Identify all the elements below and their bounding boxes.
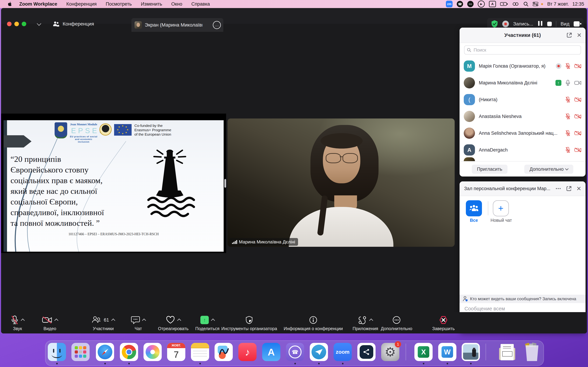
toolbar-video[interactable]: Видео [42,315,58,331]
menubar-play-icon[interactable]: ▶ [478,0,485,8]
zoom-window-button[interactable] [22,22,26,26]
message-input[interactable]: Сообщение всем [465,306,505,312]
menu-item-conference[interactable]: Конференция [66,1,97,7]
menubar-time[interactable]: 12:35 [572,1,584,7]
security-shield-icon[interactable] [491,20,498,28]
video-options-chevron[interactable] [54,319,59,323]
dock-photos[interactable] [144,343,162,361]
toolbar-chat[interactable]: Чат [131,315,146,331]
dock-launchpad[interactable] [71,343,90,361]
toolbar-meeting-info[interactable]: Информация о конференции [284,315,343,331]
avatar [464,77,475,88]
dock-music[interactable]: ♪ [238,343,257,361]
tab-more-icon[interactable]: ... [213,21,221,29]
menu-item-view[interactable]: Посмотреть [106,1,132,7]
participant-row[interactable]: A AnnaDergach [459,142,586,158]
participant-row[interactable]: Anna Selishcheva Запорізький нац... [459,125,586,142]
participants-options-chevron[interactable] [111,319,115,323]
more-button[interactable]: Дополнительно [524,165,573,174]
participants-search[interactable] [464,45,581,55]
battery-icon[interactable] [500,2,508,6]
more-icon [392,316,401,324]
dock-zoom[interactable]: zoom [334,343,352,361]
popout-icon[interactable] [566,32,572,38]
apps-options-chevron[interactable] [369,319,373,323]
jean-monnet-label: Jean Monnet Module [70,123,98,126]
dock-freeform[interactable] [215,343,233,361]
dock-chrome[interactable] [120,343,138,361]
mic-muted-icon [565,130,571,136]
close-window-button[interactable] [7,22,12,26]
dock-share-app[interactable] [357,343,376,361]
toggles-icon[interactable] [533,2,539,6]
dock-calendar[interactable]: ЖОВТ. 7 [167,343,185,361]
menubar-phone-icon[interactable]: ☎ [457,1,463,7]
audio-options-chevron[interactable] [21,319,25,323]
dock-trash[interactable] [523,343,541,361]
avatar: A [464,144,475,156]
toolbar-end-meeting[interactable]: Завершить [432,315,455,331]
participant-row[interactable]: Марина Миколаївна Дєліні ↑ [459,75,586,91]
toolbar-audio[interactable]: Звук [11,315,24,331]
minimize-window-button[interactable] [14,22,19,26]
divider [488,201,488,215]
toolbar-host-tools[interactable]: Инструменты организатора [221,315,277,331]
dock-safari[interactable] [96,343,114,361]
share-screen-icon: ↑ [200,316,209,324]
invite-button[interactable]: Пригласить [472,165,508,174]
dock-finder[interactable] [48,343,66,361]
participant-row[interactable]: Anastasiia Niesheva [459,108,586,125]
dock-preview-window[interactable] [462,343,480,361]
search-icon[interactable] [523,1,528,7]
dock-word[interactable]: W [438,343,456,361]
view-layout-icon[interactable] [574,21,579,26]
control-center-icon[interactable] [512,2,519,6]
toolbar-more[interactable]: Дополнительно [381,315,412,331]
speaker-video-tile[interactable]: Марина Миколаївна Дєліні [227,118,455,247]
chat-all-button[interactable] [466,200,482,216]
apple-menu-icon[interactable] [8,1,12,7]
menu-item-window[interactable]: Окно [171,1,182,7]
tab-meeting[interactable]: Конференция [53,18,94,30]
react-options-chevron[interactable] [177,319,181,323]
video-off-icon [574,97,581,102]
toolbar-share[interactable]: ↑ Поделиться [195,315,219,331]
participant-name: Anastasiia Niesheva [479,114,562,119]
new-chat-button[interactable]: + [493,200,509,216]
participant-row[interactable]: M Марія Голєва (Организатор, я) [459,58,586,75]
menu-item-help[interactable]: Справка [191,1,210,7]
menubar-date[interactable]: Вт 7 жовт. [547,1,569,7]
toolbar-apps[interactable]: Приложения [353,315,378,331]
toolbar-react[interactable]: Отреагировать [158,315,189,331]
toolbar-participants[interactable]: 61 Участники [92,315,115,331]
chat-options-chevron[interactable] [142,319,146,323]
menubar-zoom-app-icon[interactable]: zm [446,1,453,7]
pause-recording-button[interactable] [537,21,543,27]
dock-viber[interactable]: ☎ [286,343,304,361]
presentation-slide: Jean Monnet Module EPSEI EU practices of… [3,120,224,252]
running-dot [104,363,106,364]
participant-row[interactable]: ( (Никита) [459,91,586,108]
close-panel-icon[interactable]: ✕ [577,32,582,38]
search-input[interactable] [473,47,578,53]
dock-notes[interactable] [191,343,209,361]
menubar-311-icon[interactable]: 311 [467,1,474,7]
dock-app-store[interactable]: A [262,343,280,361]
stop-recording-button[interactable] [547,22,552,26]
chat-menu-dots-icon[interactable]: ••• [556,186,561,191]
share-options-chevron[interactable] [211,319,215,323]
popout-icon[interactable] [566,186,572,192]
menu-item-edit[interactable]: Изменить [141,1,162,7]
university-round-logo [99,123,112,136]
menu-app-name[interactable]: Zoom Workplace [19,1,57,7]
dock-excel[interactable]: X [415,343,432,361]
tab-meeting-label: Конференция [63,21,94,27]
dock-settings[interactable]: ⚙ 1 [381,343,399,361]
view-label[interactable]: Вид [561,21,570,27]
scrollbar-thumb[interactable] [224,179,226,188]
dock-documents[interactable] [498,343,517,361]
menubar-input-source-icon[interactable]: A [489,1,496,7]
dock-telegram[interactable] [310,343,328,361]
close-panel-icon[interactable]: ✕ [576,186,581,192]
tab-screen-share[interactable]: Экран (Марина Миколаївна... ... [131,18,223,32]
